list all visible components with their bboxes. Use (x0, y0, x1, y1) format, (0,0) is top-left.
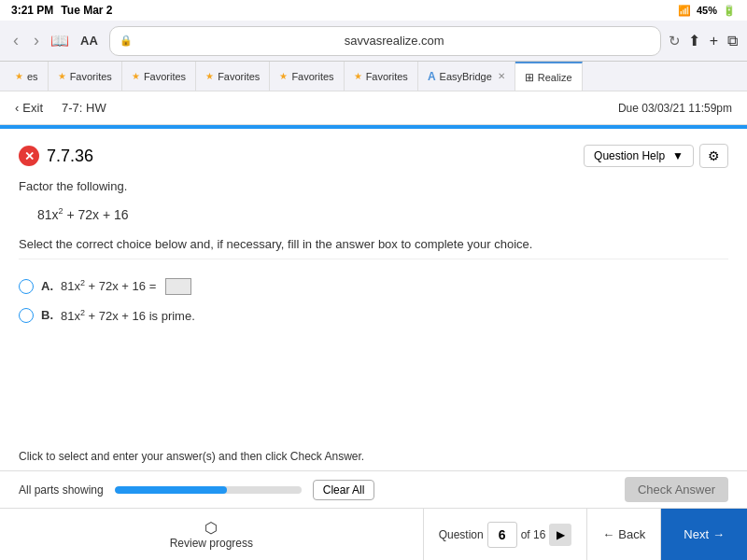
math-expression: 81x2 + 72x + 16 (19, 201, 728, 228)
answer-choices: A. 81x2 + 72x + 16 = B. 81x2 + 72x + 16 … (19, 274, 728, 340)
status-bar: 3:21 PM Tue Mar 2 📶 45% 🔋 (0, 0, 747, 21)
wrong-indicator: ✕ (19, 146, 39, 166)
bookmark-icon-1: ★ (15, 71, 23, 81)
settings-icon: ⚙ (708, 148, 720, 163)
new-tab-button[interactable]: + (710, 33, 718, 49)
bookmarks-button[interactable]: 📖 (50, 32, 69, 49)
question-number: 7.7.36 (47, 147, 93, 166)
due-date: Due 03/03/21 11:59pm (618, 102, 732, 115)
parts-progress-fill (115, 486, 227, 494)
back-arrow-icon: ← (602, 527, 614, 541)
bookmark-icon-2: ★ (58, 71, 66, 81)
settings-button[interactable]: ⚙ (699, 144, 728, 168)
choice-b-text: 81x2 + 72x + 16 is prime. (61, 308, 195, 323)
choice-b-radio[interactable] (19, 308, 34, 323)
bookmark-tab-realize[interactable]: ⊞ Realize (515, 62, 583, 91)
click-instruction-text: Click to select and enter your answer(s)… (19, 450, 364, 463)
date-display: Tue Mar 2 (61, 4, 112, 17)
bookmark-tab-3[interactable]: ★ Favorites (122, 62, 196, 91)
back-nav-button[interactable]: ‹ (9, 29, 22, 52)
next-button[interactable]: Next → (661, 509, 747, 560)
browser-chrome: ‹ › 📖 AA 🔒 savvasrealize.com ↻ ⬆ + ⧉ (0, 21, 747, 62)
bookmark-tab-5[interactable]: ★ Favorites (270, 62, 344, 91)
url-display: savvasrealize.com (138, 34, 651, 48)
clear-all-button[interactable]: Clear All (313, 480, 375, 500)
question-number-input[interactable] (487, 522, 517, 548)
tabs-button[interactable]: ⧉ (727, 33, 738, 49)
review-progress-label: Review progress (170, 537, 253, 550)
next-label: Next (684, 527, 709, 541)
back-button[interactable]: ← Back (587, 509, 661, 560)
review-progress-button[interactable]: ⬡ Review progress (0, 509, 424, 560)
go-icon: ▶ (557, 528, 565, 541)
question-help-button[interactable]: Question Help ▼ (584, 145, 694, 167)
browser-actions: ⬆ + ⧉ (688, 32, 738, 49)
wifi-icon: 📶 (678, 5, 691, 17)
choice-a-label: A. (41, 279, 53, 293)
parts-progress-bar (115, 486, 302, 494)
exit-label: Exit (22, 101, 43, 115)
of-total-label: of 16 (521, 528, 546, 541)
question-prompt: Factor the following. (19, 179, 728, 193)
question-help-label: Question Help (594, 149, 665, 162)
question-header: ✕ 7.7.36 Question Help ▼ ⚙ (19, 144, 728, 168)
bookmarks-bar: ★ es ★ Favorites ★ Favorites ★ Favorites… (0, 62, 747, 91)
bookmark-icon-6: ★ (354, 71, 362, 81)
easybridge-icon: A (428, 70, 436, 83)
exit-icon: ‹ (15, 101, 19, 115)
address-bar[interactable]: 🔒 savvasrealize.com (109, 26, 661, 56)
battery-icon: 🔋 (723, 5, 736, 17)
review-progress-icon: ⬡ (204, 519, 218, 537)
close-easybridge-icon[interactable]: ✕ (498, 71, 505, 81)
all-parts-label: All parts showing (19, 483, 104, 497)
choice-a-text: 81x2 + 72x + 16 = (61, 278, 156, 293)
back-label: Back (618, 527, 645, 541)
parts-bar: All parts showing Clear All Check Answer (0, 470, 747, 508)
instruction-text: Select the correct choice below and, if … (19, 237, 728, 259)
bookmark-tab-4[interactable]: ★ Favorites (196, 62, 270, 91)
wrong-icon-symbol: ✕ (24, 149, 35, 163)
realize-icon: ⊞ (525, 71, 534, 84)
check-answer-label: Check Answer (638, 483, 715, 497)
bookmark-tab-1[interactable]: ★ es (6, 62, 49, 91)
choice-b-row: B. 81x2 + 72x + 16 is prime. (19, 308, 728, 323)
choice-a-row: A. 81x2 + 72x + 16 = (19, 278, 728, 295)
exit-button[interactable]: ‹ Exit (15, 101, 43, 115)
check-answer-button[interactable]: Check Answer (625, 477, 728, 502)
go-button[interactable]: ▶ (549, 524, 571, 546)
bookmark-tab-2[interactable]: ★ Favorites (49, 62, 122, 91)
bottom-instruction: Click to select and enter your answer(s)… (0, 442, 747, 470)
bookmark-icon-5: ★ (279, 71, 288, 81)
battery-display: 45% (697, 5, 717, 16)
text-size-button[interactable]: AA (77, 32, 102, 49)
forward-nav-button[interactable]: › (30, 29, 43, 52)
bookmark-tab-easybridge[interactable]: A EasyBridge ✕ (418, 62, 515, 91)
app-header: ‹ Exit 7-7: HW Due 03/03/21 11:59pm (0, 91, 747, 125)
choice-a-radio[interactable] (19, 279, 34, 294)
question-title: ✕ 7.7.36 (19, 146, 93, 166)
question-area: ✕ 7.7.36 Question Help ▼ ⚙ Factor the fo… (0, 129, 747, 355)
time-display: 3:21 PM (11, 4, 53, 17)
next-arrow-icon: → (712, 527, 725, 541)
reload-button[interactable]: ↻ (669, 33, 681, 49)
clear-all-label: Clear All (323, 483, 365, 497)
bookmark-icon-3: ★ (132, 71, 140, 81)
bookmark-icon-4: ★ (205, 71, 214, 81)
question-nav: Question of 16 ▶ (424, 509, 588, 560)
bottom-nav: ⬡ Review progress Question of 16 ▶ ← Bac… (0, 508, 747, 560)
hw-title: 7-7: HW (62, 101, 106, 115)
choice-b-label: B. (41, 308, 53, 322)
question-nav-label: Question (439, 528, 484, 541)
bookmark-tab-6[interactable]: ★ Favorites (345, 62, 418, 91)
help-dropdown-icon: ▼ (672, 149, 684, 162)
lock-icon: 🔒 (120, 35, 133, 47)
answer-input-box[interactable] (165, 278, 191, 295)
share-button[interactable]: ⬆ (688, 32, 700, 49)
